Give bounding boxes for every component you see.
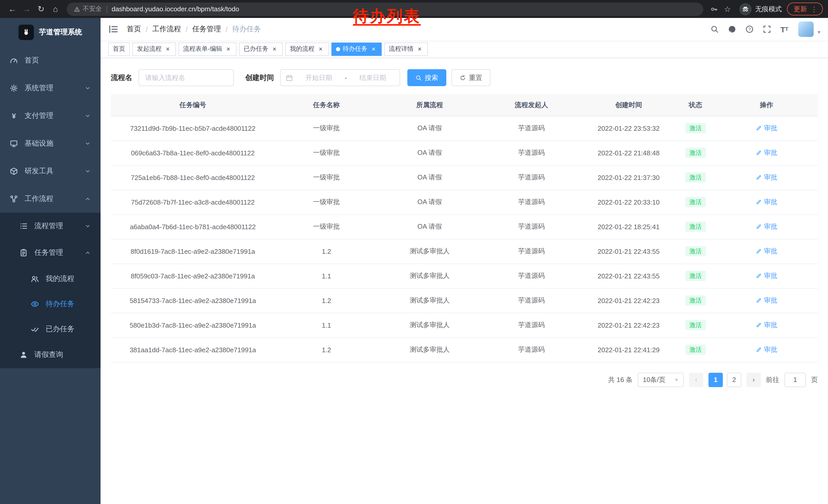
sidebar-item-system[interactable]: 系统管理 [0, 74, 100, 102]
end-date-placeholder[interactable]: 结束日期 [351, 73, 395, 82]
tab-close-icon[interactable]: × [416, 45, 423, 53]
approve-link[interactable]: 审批 [756, 246, 777, 256]
home-icon[interactable]: ⌂ [48, 2, 63, 16]
sidebar-item-process-management[interactable]: 流程管理 [0, 213, 100, 239]
cell-task-name: 1.2 [275, 239, 378, 264]
key-icon[interactable] [707, 2, 721, 16]
prev-page-button[interactable]: ‹ [689, 372, 703, 387]
font-size-icon[interactable]: TT [778, 22, 791, 36]
incognito-label: 无痕模式 [755, 4, 782, 13]
sidebar-item-home[interactable]: 首页 [0, 47, 100, 74]
chevron-up-icon [85, 196, 91, 202]
reset-button[interactable]: 重置 [451, 69, 490, 86]
tab-close-icon[interactable]: × [317, 45, 324, 53]
avatar-caret-icon[interactable]: ▾ [818, 29, 820, 35]
incognito-indicator: 无痕模式 [739, 3, 782, 15]
create-time-label: 创建时间 [245, 73, 274, 82]
cell-initiator: 芋道源码 [481, 214, 581, 239]
breadcrumb-item[interactable]: 工作流程 [152, 25, 181, 34]
tab-close-icon[interactable]: × [225, 45, 232, 53]
tab-6[interactable]: 流程详情× [384, 42, 428, 56]
tab-label: 首页 [113, 45, 125, 53]
goto-page-input[interactable] [784, 372, 806, 387]
svg-text:?: ? [748, 27, 750, 32]
cell-action: 审批 [715, 165, 818, 190]
page-size-select[interactable]: 10条/页 ▼ [638, 372, 684, 387]
approve-link[interactable]: 审批 [756, 222, 777, 231]
back-icon[interactable]: ← [5, 2, 19, 16]
app-logo[interactable]: 芋道管理系统 [0, 18, 100, 47]
cell-task-id: a6aba0a4-7b6d-11ec-b781-acde48001122 [111, 214, 275, 239]
status-badge: 激活 [685, 320, 706, 330]
reload-icon[interactable]: ↻ [34, 2, 48, 16]
sidebar-item-workflow[interactable]: 工作流程 [0, 185, 100, 213]
cell-status: 激活 [676, 264, 715, 288]
start-date-placeholder[interactable]: 开始日期 [297, 73, 341, 82]
approve-link[interactable]: 审批 [756, 148, 777, 157]
tab-3[interactable]: 已办任务× [239, 42, 283, 56]
browser-menu-icon[interactable]: ⋮ [811, 5, 818, 13]
sidebar-item-task-management[interactable]: 任务管理 [0, 239, 100, 266]
sidebar-item-todo-tasks[interactable]: 待办任务 [0, 291, 100, 316]
tab-close-icon[interactable]: × [164, 45, 171, 53]
sidebar-item-my-process[interactable]: 我的流程 [0, 266, 100, 291]
process-name-input[interactable] [138, 69, 234, 86]
tab-2[interactable]: 流程表单-编辑× [178, 42, 237, 56]
fullscreen-icon[interactable] [760, 22, 774, 36]
tab-0[interactable]: 首页 [108, 42, 130, 56]
search-icon[interactable] [708, 22, 721, 36]
sidebar-item-label: 待办任务 [46, 299, 74, 308]
breadcrumb-item[interactable]: 首页 [127, 25, 141, 34]
breadcrumb-item[interactable]: 任务管理 [192, 25, 221, 34]
sidebar-item-devtools[interactable]: 研发工具 [0, 157, 100, 185]
cell-task-name: 1.1 [275, 264, 378, 288]
next-page-button[interactable]: › [746, 372, 761, 387]
sidebar-item-done-tasks[interactable]: 已办任务 [0, 316, 100, 341]
refresh-icon [460, 75, 466, 81]
sidebar-item-label: 请假查询 [34, 350, 63, 359]
cell-created: 2022-01-22 21:37:30 [581, 165, 676, 190]
sidebar: 芋道管理系统 首页 系统管理 ¥ 支付管理 [0, 18, 100, 504]
cell-status: 激活 [676, 165, 715, 190]
cell-action: 审批 [715, 190, 818, 214]
update-button[interactable]: 更新 ⋮ [787, 3, 823, 15]
bookmark-star-icon[interactable]: ☆ [721, 2, 734, 16]
chevron-down-icon [85, 168, 91, 174]
tab-4[interactable]: 我的流程× [285, 42, 329, 56]
avatar[interactable] [798, 21, 814, 37]
sidebar-item-infrastructure[interactable]: 基础设施 [0, 130, 100, 157]
sidebar-item-leave-query[interactable]: 请假查询 [0, 341, 100, 368]
yen-icon: ¥ [10, 112, 18, 120]
approve-link[interactable]: 审批 [756, 345, 777, 354]
page-button-2[interactable]: 2 [727, 372, 741, 387]
active-tab-dot [336, 47, 340, 51]
dashboard-icon [10, 56, 18, 64]
github-icon[interactable] [726, 22, 739, 36]
tab-5[interactable]: 待办任务× [331, 42, 382, 56]
approve-link[interactable]: 审批 [756, 197, 777, 207]
tab-close-icon[interactable]: × [271, 45, 278, 53]
edit-pen-icon [756, 199, 762, 205]
goto-suffix: 页 [811, 375, 818, 384]
sidebar-item-payment[interactable]: ¥ 支付管理 [0, 102, 100, 130]
insecure-warning[interactable]: 不安全 [74, 5, 102, 13]
approve-link[interactable]: 审批 [756, 320, 777, 330]
tab-1[interactable]: 发起流程× [132, 42, 176, 56]
approve-link[interactable]: 审批 [756, 271, 777, 280]
tabs-bar: 首页发起流程×流程表单-编辑×已办任务×我的流程×待办任务×流程详情× [100, 41, 828, 58]
sidebar-toggle-icon[interactable] [108, 24, 119, 34]
approve-link[interactable]: 审批 [756, 173, 777, 182]
help-icon[interactable]: ? [743, 22, 756, 36]
cell-status: 激活 [676, 337, 715, 362]
column-header: 所属流程 [378, 94, 481, 116]
status-badge: 激活 [685, 123, 706, 134]
tab-close-icon[interactable]: × [370, 45, 377, 53]
page-button-1[interactable]: 1 [708, 372, 723, 387]
approve-link[interactable]: 审批 [756, 124, 777, 133]
date-range-picker[interactable]: 开始日期 - 结束日期 [280, 69, 400, 86]
search-button[interactable]: 搜索 [407, 69, 446, 86]
approve-link[interactable]: 审批 [756, 296, 777, 305]
total-count: 共 16 条 [608, 375, 632, 384]
eye-icon [31, 300, 39, 308]
forward-icon[interactable]: → [19, 2, 34, 16]
